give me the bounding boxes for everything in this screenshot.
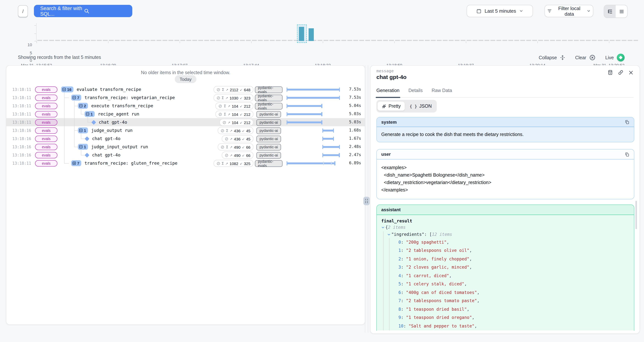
output-tokens-arrow-icon: ↙	[240, 112, 242, 116]
evals-badge[interactable]: evals	[35, 103, 58, 109]
collapse-node-button[interactable]: 1	[78, 128, 88, 133]
live-button-label: Live	[605, 55, 614, 60]
close-panel-button[interactable]	[628, 70, 634, 75]
token-usage-badge: Σ↗1082↙325	[213, 160, 254, 167]
waterfall-bar[interactable]	[322, 130, 334, 131]
tab-raw-data[interactable]: Raw Data	[432, 88, 452, 97]
user-content-line: </examples>	[381, 186, 630, 194]
waterfall-bar[interactable]	[286, 105, 322, 107]
slash-key-label: /	[22, 8, 24, 14]
list-view-toggle-button[interactable]	[616, 5, 627, 18]
waterfall-column	[286, 159, 340, 167]
waterfall-bar[interactable]	[286, 122, 322, 123]
json-key: "ingredients"	[391, 232, 424, 237]
waterfall-bar[interactable]	[322, 154, 340, 156]
output-tokens-value: 212	[244, 120, 250, 124]
json-root-line: { 2 items	[381, 224, 630, 230]
evals-badge[interactable]: evals	[35, 144, 58, 150]
trace-tree-row[interactable]: 13:18:16evalschat gpt-4o↗436↙45pydantic-…	[6, 134, 365, 143]
output-tokens-arrow-icon: ↙	[242, 153, 244, 157]
row-duration: 6.89s	[349, 159, 361, 167]
trace-tree-row[interactable]: 13:18:11evals16evaluate transform_recipe…	[6, 85, 365, 94]
input-tokens-arrow-icon: ↗	[228, 120, 230, 124]
waterfall-column	[286, 151, 340, 159]
trace-tree-row[interactable]: 13:18:11evals7transform_recipe: gluten_f…	[6, 159, 365, 167]
service-tag: pydantic-ai	[255, 152, 282, 158]
tokens-coin-icon	[224, 153, 228, 157]
trace-tree-row[interactable]: 13:18:16evalschat gpt-4o↗490↙66pydantic-…	[6, 151, 365, 159]
evals-badge[interactable]: evals	[35, 136, 58, 142]
waterfall-bar[interactable]	[286, 89, 340, 90]
waterfall-bar[interactable]	[286, 97, 340, 98]
json-array-item: 2: "1 onion, finely chopped",	[381, 255, 630, 263]
waterfall-bar[interactable]	[286, 162, 336, 164]
collapse-node-button[interactable]: 1	[78, 144, 88, 150]
output-tokens-arrow-icon: ↙	[240, 96, 242, 100]
sparkle-icon	[382, 104, 386, 108]
waterfall-bar[interactable]	[322, 138, 334, 140]
tab-details[interactable]: Details	[408, 88, 422, 97]
service-tag-label: pydantic-evals	[255, 94, 282, 101]
minus-box-icon	[79, 104, 83, 108]
json-array-item: 8: "1 teaspoon dried basil",	[381, 305, 630, 314]
span-label: evaluate transform_recipe	[76, 87, 141, 92]
app-root: / Search & filter with SQL... Last 5 min…	[0, 0, 644, 342]
activity-timeline-chart[interactable]: 10 5 0 Mar 31. 13:15:5213:16:2913:17:071…	[0, 19, 644, 51]
input-tokens-arrow-icon: ↗	[226, 162, 228, 165]
output-tokens-value: 45	[246, 128, 250, 133]
json-string-value: "2 cloves garlic, minced"	[406, 265, 470, 270]
chart-xaxis-labels: Mar 31. 13:15:5213:16:2913:17:0713:17:44…	[0, 19, 644, 51]
json-expander-chevron-icon[interactable]	[381, 226, 384, 229]
panel-resize-handle[interactable]	[363, 197, 370, 205]
json-label: JSON	[419, 104, 432, 109]
trace-tree-row[interactable]: 13:18:11evals7transform_recipe: vegetari…	[6, 94, 365, 102]
trace-tree-row[interactable]: 13:18:11evals1recipe_agent runΣ↗104↙212p…	[6, 110, 365, 118]
trace-tree-row[interactable]: 13:18:11evals2execute transform_recipeΣ↗…	[6, 102, 365, 110]
row-node: chat gpt-4o	[85, 151, 120, 159]
collapse-node-button[interactable]: 1	[84, 111, 95, 117]
service-tag-label: pydantic-evals	[255, 103, 282, 109]
evals-badge[interactable]: evals	[35, 86, 58, 93]
evals-badge[interactable]: evals	[35, 128, 58, 134]
input-tokens-arrow-icon: ↗	[228, 112, 230, 116]
search-button[interactable]: Search & filter with SQL...	[34, 5, 132, 17]
clear-button[interactable]: Clear	[575, 54, 596, 61]
trace-tree-row[interactable]: 13:18:11evalschat gpt-4o↗104↙212pydantic…	[6, 118, 365, 126]
json-toggle-button[interactable]: { } JSON	[406, 102, 436, 111]
chevron-down-icon	[586, 9, 591, 13]
evals-badge[interactable]: evals	[35, 119, 58, 126]
tree-view-toggle-button[interactable]	[604, 5, 616, 18]
copy-link-button[interactable]	[618, 70, 624, 75]
waterfall-bar[interactable]	[286, 113, 322, 115]
copy-button[interactable]	[624, 120, 630, 124]
expand-node-button[interactable]: 7	[71, 160, 81, 166]
evals-badge[interactable]: evals	[35, 95, 58, 101]
collapse-node-button[interactable]: 16	[61, 86, 73, 92]
collapse-node-button[interactable]: 7	[71, 95, 81, 100]
collapse-node-button[interactable]: 2	[78, 103, 88, 109]
dock-panel-button[interactable]	[608, 70, 613, 75]
token-usage-badge: ↗436↙45	[222, 135, 254, 142]
collapse-button[interactable]: Collapse	[539, 55, 565, 60]
evals-badge[interactable]: evals	[35, 111, 58, 117]
evals-badge[interactable]: evals	[35, 152, 58, 158]
pretty-toggle-button[interactable]: Pretty	[377, 102, 405, 111]
trace-tree-row[interactable]: 13:18:16evals1judge_input_output runΣ↗49…	[6, 143, 365, 151]
detail-panel-scrollbar[interactable]	[636, 201, 637, 229]
waterfall-bar[interactable]	[322, 146, 340, 148]
json-expander-chevron-icon[interactable]	[387, 233, 390, 236]
row-node: 7transform_recipe: gluten_free_recipe	[71, 159, 178, 167]
tab-generation[interactable]: Generation	[376, 88, 400, 97]
trace-tree-row[interactable]: 13:18:16evals1judge_output runΣ↗436↙45py…	[6, 126, 365, 134]
x-axis-tickmark	[466, 41, 466, 43]
filter-local-data-dropdown[interactable]: Filter local data	[544, 5, 593, 17]
evals-badge[interactable]: evals	[35, 160, 58, 166]
json-index: 10	[398, 324, 404, 328]
span-diamond-icon	[84, 152, 89, 157]
service-tag-label: pydantic-ai	[256, 152, 281, 158]
live-toggle-button[interactable]: Live	[605, 54, 624, 62]
copy-button[interactable]	[624, 152, 630, 157]
time-range-dropdown[interactable]: Last 5 minutes	[466, 5, 533, 17]
output-tokens-arrow-icon: ↙	[242, 129, 244, 132]
json-array-item: 6: "400g can of diced tomatoes",	[381, 288, 630, 297]
